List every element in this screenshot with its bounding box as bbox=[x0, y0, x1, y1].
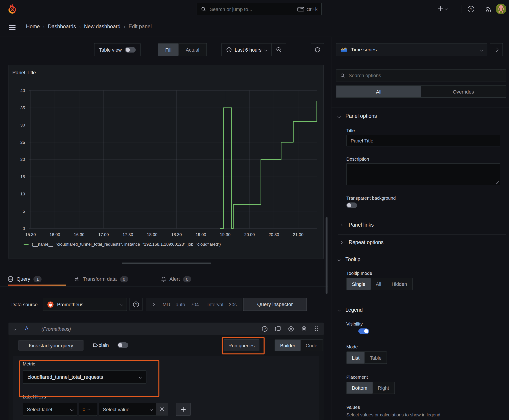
x-tick-label: 20:30 bbox=[269, 232, 279, 237]
query-row-header[interactable]: A (Prometheus) ? bbox=[8, 323, 324, 335]
zoom-out-button[interactable] bbox=[272, 44, 286, 56]
chevron-right-icon[interactable] bbox=[151, 303, 155, 306]
datasource-help-button[interactable]: ? bbox=[129, 298, 143, 311]
data-source-label: Data source bbox=[11, 301, 38, 307]
user-avatar[interactable] bbox=[496, 4, 507, 14]
breadcrumb-bar: Home › Dashboards › New dashboard › Edit… bbox=[0, 18, 509, 37]
panel-title-input[interactable] bbox=[346, 135, 500, 146]
table-view-toggle[interactable] bbox=[125, 47, 136, 52]
refresh-button[interactable] bbox=[311, 43, 324, 56]
collapse-query-icon[interactable] bbox=[13, 327, 16, 330]
tooltip-mode-single[interactable]: Single bbox=[347, 278, 371, 290]
visualization-value: Time series bbox=[351, 47, 477, 52]
legend-header[interactable]: Legend bbox=[338, 307, 363, 313]
add-filter-button[interactable] bbox=[176, 403, 190, 416]
legend-mode-list[interactable]: List bbox=[347, 352, 365, 363]
data-source-picker[interactable]: Prometheus bbox=[43, 298, 127, 311]
help-icon[interactable]: ? bbox=[467, 6, 475, 13]
chevron-down-icon bbox=[120, 303, 123, 306]
query-ref-id[interactable]: A bbox=[25, 326, 28, 332]
panel-title[interactable]: Panel Title bbox=[12, 70, 36, 76]
panel-options-header[interactable]: Panel options bbox=[338, 113, 377, 119]
breadcrumb-separator: › bbox=[79, 24, 81, 29]
table-view-label: Table view bbox=[99, 47, 122, 52]
keyboard-icon bbox=[297, 7, 304, 12]
news-icon[interactable] bbox=[485, 6, 492, 12]
breadcrumb-home[interactable]: Home bbox=[26, 24, 40, 30]
menu-icon[interactable] bbox=[9, 25, 15, 30]
fill-option[interactable]: Fill bbox=[158, 44, 178, 56]
x-tick-label: 18:00 bbox=[147, 232, 158, 237]
timeseries-chart[interactable]: 051015202530354015:3016:0016:3017:0017:3… bbox=[13, 82, 320, 240]
time-range-button[interactable]: Last 6 hours bbox=[222, 44, 271, 56]
visualization-picker[interactable]: Time series bbox=[336, 43, 487, 56]
resize-drag-handle[interactable] bbox=[122, 262, 211, 264]
y-tick-label: 40 bbox=[20, 88, 25, 93]
chevron-down-icon bbox=[139, 375, 142, 378]
tab-alert[interactable]: Alert 0 bbox=[161, 273, 191, 285]
placement-right[interactable]: Right bbox=[372, 382, 394, 394]
tab-query[interactable]: Query 1 bbox=[8, 273, 42, 285]
options-search-input[interactable] bbox=[348, 73, 502, 79]
grafana-logo-icon[interactable] bbox=[7, 4, 18, 14]
breadcrumb-dashboards[interactable]: Dashboards bbox=[48, 24, 76, 30]
builder-option[interactable]: Builder bbox=[275, 340, 301, 351]
actual-option[interactable]: Actual bbox=[179, 44, 206, 56]
operator-dropdown[interactable]: = bbox=[79, 403, 97, 416]
x-tick-label: 18:30 bbox=[171, 232, 182, 237]
options-pane: Time series All Overrides Panel options … bbox=[331, 37, 509, 420]
legend-mode-table[interactable]: Table bbox=[365, 352, 387, 363]
tab-transform[interactable]: Transform data 0 bbox=[74, 273, 128, 285]
run-queries-button[interactable]: Run queries bbox=[224, 339, 259, 351]
eye-icon[interactable] bbox=[288, 326, 294, 332]
x-tick-label: 20:00 bbox=[244, 232, 255, 237]
tab-all[interactable]: All bbox=[336, 86, 421, 97]
query-inspector-button[interactable]: Query inspector bbox=[243, 298, 307, 311]
panel-options-heading: Panel options bbox=[345, 113, 377, 119]
textarea-resize-handle[interactable] bbox=[496, 181, 499, 184]
tab-query-label: Query bbox=[17, 276, 30, 282]
builder-code-switch: Builder Code bbox=[275, 339, 323, 351]
collapse-pane-button[interactable] bbox=[490, 43, 503, 56]
duplicate-query-icon[interactable] bbox=[275, 326, 281, 332]
repeat-options-header[interactable]: Repeat options bbox=[340, 239, 384, 245]
add-new-button[interactable] bbox=[438, 6, 447, 12]
query-help-icon[interactable]: ? bbox=[262, 326, 268, 332]
remove-filter-button[interactable] bbox=[156, 403, 168, 415]
drag-handle-icon[interactable] bbox=[315, 326, 319, 332]
description-textarea[interactable] bbox=[346, 163, 500, 185]
placement-bottom[interactable]: Bottom bbox=[347, 382, 372, 394]
chart-legend[interactable]: {__name__="cloudflared_tunnel_total_requ… bbox=[24, 242, 221, 247]
legend-series-label[interactable]: {__name__="cloudflared_tunnel_total_requ… bbox=[32, 242, 221, 247]
chevron-down-icon bbox=[480, 48, 483, 51]
options-search-box[interactable] bbox=[336, 69, 506, 82]
chevron-down-icon bbox=[70, 408, 73, 411]
legend-series-swatch[interactable] bbox=[24, 244, 29, 245]
visibility-toggle[interactable] bbox=[359, 329, 369, 334]
tab-overrides[interactable]: Overrides bbox=[421, 86, 506, 97]
panel-links-header[interactable]: Panel links bbox=[340, 222, 374, 228]
section-divider bbox=[332, 107, 509, 107]
breadcrumb-new-dashboard[interactable]: New dashboard bbox=[84, 24, 121, 30]
select-value-dropdown[interactable]: Select value bbox=[99, 403, 168, 416]
tooltip-mode-hidden[interactable]: Hidden bbox=[387, 278, 412, 290]
select-label-placeholder: Select label bbox=[27, 406, 71, 412]
explain-toggle[interactable] bbox=[118, 342, 128, 348]
global-search-input[interactable] bbox=[209, 6, 297, 12]
tooltip-mode-all[interactable]: All bbox=[371, 278, 386, 290]
transparent-background-toggle[interactable] bbox=[346, 202, 357, 208]
values-label: Values bbox=[346, 405, 360, 410]
tooltip-heading: Tooltip bbox=[345, 257, 360, 262]
table-view-control[interactable]: Table view bbox=[94, 43, 140, 56]
kickstart-query-button[interactable]: Kick start your query bbox=[18, 340, 83, 351]
chevron-down-icon bbox=[150, 408, 153, 411]
code-option[interactable]: Code bbox=[301, 340, 322, 351]
main-scrollbar-thumb[interactable] bbox=[326, 217, 328, 294]
trash-icon[interactable] bbox=[301, 326, 307, 332]
tooltip-header[interactable]: Tooltip bbox=[338, 257, 360, 262]
time-picker: Last 6 hours bbox=[221, 43, 286, 56]
global-search-box[interactable]: ctrl+k bbox=[197, 3, 322, 15]
metric-select[interactable]: cloudflared_tunnel_total_requests bbox=[23, 370, 146, 383]
query-datasource-hint: (Prometheus) bbox=[42, 326, 71, 332]
select-label-dropdown[interactable]: Select label bbox=[23, 403, 77, 416]
